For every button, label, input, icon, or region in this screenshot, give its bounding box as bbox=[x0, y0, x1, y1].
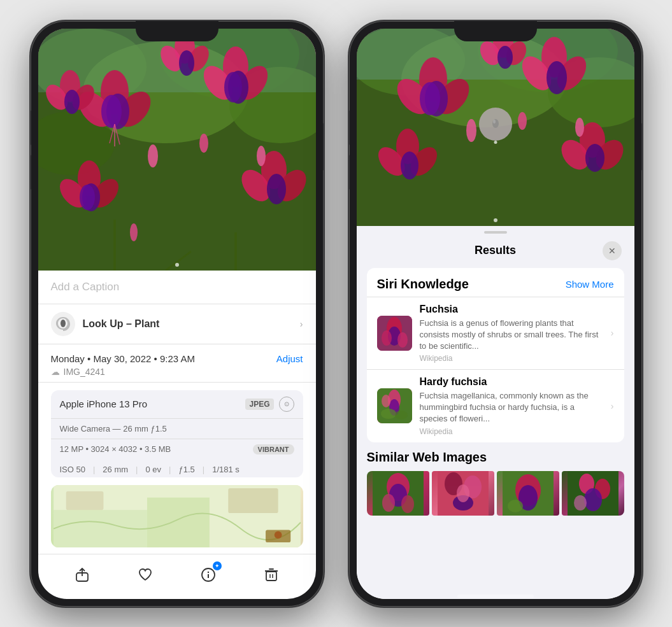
notch-right bbox=[454, 21, 537, 41]
toolbar-bottom: ✦ bbox=[38, 554, 316, 599]
svg-point-88 bbox=[585, 144, 604, 172]
svg-point-90 bbox=[518, 112, 527, 130]
hardy-fuchsia-source: Wikipedia bbox=[420, 427, 603, 436]
svg-point-108 bbox=[382, 494, 395, 512]
siri-knowledge-title: Siri Knowledge bbox=[377, 277, 469, 292]
svg-point-93 bbox=[493, 120, 496, 123]
date-line: Monday • May 30, 2022 • 9:23 AM Adjust bbox=[51, 353, 303, 364]
res-spec-row: 12 MP • 3024 × 4032 • 3.5 MB VIBRANT bbox=[51, 439, 303, 460]
map-preview[interactable] bbox=[51, 485, 303, 547]
photo-dot-indicator bbox=[38, 263, 316, 267]
fuchsia-chevron: › bbox=[611, 328, 614, 338]
lookup-bold: Look Up – bbox=[83, 318, 132, 329]
hardy-fuchsia-thumbnail bbox=[377, 388, 412, 423]
cloud-icon: ☁ bbox=[51, 367, 60, 377]
show-more-button[interactable]: Show More bbox=[566, 279, 614, 290]
side-button-left bbox=[323, 123, 324, 171]
iso-value: ISO 50 bbox=[60, 465, 96, 474]
side-button-right bbox=[641, 123, 642, 171]
svg-rect-47 bbox=[147, 497, 209, 547]
home-indicator-right bbox=[457, 595, 534, 598]
svg-point-28 bbox=[179, 50, 194, 76]
fuchsia-desc: Fuchsia is a genus of flowering plants t… bbox=[420, 318, 603, 353]
results-panel: Results ✕ Siri Knowledge Show More bbox=[357, 226, 634, 599]
vol-down-left bbox=[31, 155, 31, 190]
visual-lookup-badge[interactable] bbox=[479, 108, 512, 141]
focal-value: 26 mm bbox=[103, 465, 138, 474]
lookup-icon bbox=[51, 312, 75, 336]
camera-badges: JPEG ⊙ bbox=[245, 397, 294, 412]
jpeg-badge: JPEG bbox=[245, 398, 273, 410]
svg-point-24 bbox=[80, 185, 95, 210]
results-header: Results ✕ bbox=[357, 234, 634, 268]
lens-spec-row: Wide Camera — 26 mm ƒ1.5 bbox=[51, 419, 303, 439]
lookup-chevron: › bbox=[300, 319, 303, 329]
web-images-title: Similar Web Images bbox=[367, 450, 624, 465]
result-item-fuchsia[interactable]: Fuchsia Fuchsia is a genus of flowering … bbox=[367, 297, 624, 370]
web-images-grid bbox=[367, 471, 624, 516]
fuchsia-name: Fuchsia bbox=[420, 304, 603, 315]
vol-up-left bbox=[31, 110, 31, 145]
web-image-2[interactable] bbox=[432, 471, 494, 516]
info-button[interactable]: ✦ bbox=[197, 563, 220, 586]
camera-info-box: Apple iPhone 13 Pro JPEG ⊙ Wide Camera —… bbox=[51, 390, 303, 477]
svg-point-91 bbox=[575, 118, 584, 137]
date-row: Monday • May 30, 2022 • 9:23 AM Adjust ☁… bbox=[38, 344, 316, 383]
photo-main-right bbox=[357, 29, 634, 226]
svg-rect-57 bbox=[266, 572, 276, 581]
web-images-section: Similar Web Images bbox=[357, 450, 634, 523]
filename-row: ☁ IMG_4241 bbox=[51, 367, 303, 377]
share-button[interactable] bbox=[71, 563, 94, 586]
siri-knowledge-section: Siri Knowledge Show More bbox=[367, 268, 624, 442]
camera-row: Apple iPhone 13 Pro JPEG ⊙ bbox=[51, 390, 303, 419]
result-item-hardy-fuchsia[interactable]: Hardy fuchsia Fuchsia magellanica, commo… bbox=[367, 369, 624, 442]
lookup-rest: Plant bbox=[132, 318, 160, 329]
camera-model: Apple iPhone 13 Pro bbox=[60, 398, 148, 409]
web-image-4[interactable] bbox=[562, 471, 624, 516]
svg-point-118 bbox=[508, 500, 523, 512]
sparkle-badge: ✦ bbox=[213, 561, 222, 570]
svg-point-76 bbox=[547, 61, 567, 94]
svg-point-122 bbox=[584, 488, 602, 511]
date-text: Monday • May 30, 2022 • 9:23 AM bbox=[51, 353, 195, 364]
svg-point-104 bbox=[382, 395, 390, 407]
screen-right: Results ✕ Siri Knowledge Show More bbox=[357, 29, 634, 599]
svg-point-109 bbox=[401, 495, 414, 513]
lens-text: Wide Camera — 26 mm ƒ1.5 bbox=[60, 424, 167, 433]
svg-point-89 bbox=[466, 119, 476, 142]
fuchsia-info: Fuchsia Fuchsia is a genus of flowering … bbox=[420, 304, 603, 363]
svg-point-103 bbox=[395, 411, 408, 419]
photo-main-left bbox=[38, 29, 316, 271]
svg-point-80 bbox=[401, 151, 418, 180]
phone-left: Add a Caption Look Up – Plant › Mon bbox=[31, 21, 324, 607]
lookup-badge-dot bbox=[494, 141, 497, 144]
aperture-value: ƒ1.5 bbox=[178, 465, 204, 474]
svg-point-11 bbox=[101, 95, 122, 128]
adjust-button[interactable]: Adjust bbox=[276, 353, 303, 364]
svg-point-41 bbox=[199, 134, 208, 153]
delete-button[interactable] bbox=[260, 563, 283, 586]
web-image-3[interactable] bbox=[497, 471, 559, 516]
lookup-row[interactable]: Look Up – Plant › bbox=[38, 304, 316, 344]
location-icon: ⊙ bbox=[279, 397, 294, 412]
close-button[interactable]: ✕ bbox=[603, 241, 622, 260]
fuchsia-source: Wikipedia bbox=[420, 354, 603, 363]
svg-point-56 bbox=[208, 571, 209, 572]
svg-point-123 bbox=[574, 495, 587, 511]
hardy-fuchsia-desc: Fuchsia magellanica, commonly known as t… bbox=[420, 390, 603, 425]
caption-input[interactable]: Add a Caption bbox=[38, 271, 316, 304]
hardy-fuchsia-chevron: › bbox=[611, 401, 614, 411]
hardy-fuchsia-name: Hardy fuchsia bbox=[420, 376, 603, 388]
svg-rect-48 bbox=[66, 491, 103, 509]
resolution-text: 12 MP • 3024 × 4032 • 3.5 MB bbox=[60, 444, 171, 454]
svg-point-36 bbox=[64, 90, 80, 114]
svg-point-98 bbox=[397, 332, 408, 348]
svg-point-102 bbox=[381, 409, 396, 419]
exif-row: ISO 50 26 mm 0 ev ƒ1.5 1/181 s bbox=[51, 460, 303, 477]
like-button[interactable] bbox=[134, 563, 157, 586]
shutter-value: 1/181 s bbox=[212, 465, 239, 474]
web-image-1[interactable] bbox=[367, 471, 429, 516]
fuchsia-thumbnail bbox=[377, 316, 412, 351]
screen-left: Add a Caption Look Up – Plant › Mon bbox=[38, 29, 316, 599]
vol-up-right bbox=[349, 110, 350, 145]
